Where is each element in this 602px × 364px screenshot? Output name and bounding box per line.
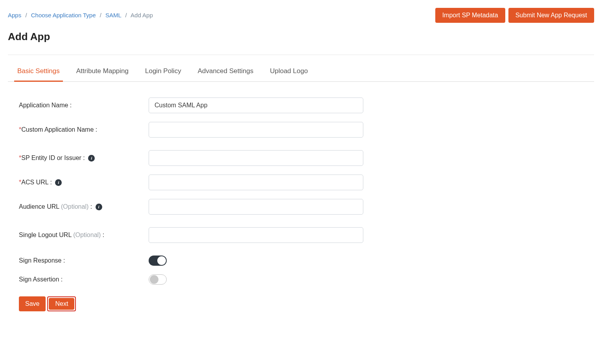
tab-upload-logo[interactable]: Upload Logo xyxy=(267,63,311,82)
basic-settings-form: Application Name : *Custom Application N… xyxy=(8,82,594,319)
application-name-input[interactable] xyxy=(149,97,363,113)
page-title: Add App xyxy=(8,31,594,43)
next-button[interactable]: Next xyxy=(49,298,74,310)
sign-assertion-label: Sign Assertion : xyxy=(19,276,149,283)
tab-login-policy[interactable]: Login Policy xyxy=(142,63,184,82)
single-logout-url-input[interactable] xyxy=(149,227,363,243)
breadcrumb-saml[interactable]: SAML xyxy=(105,12,121,18)
sp-entity-id-input[interactable] xyxy=(149,150,363,166)
sign-response-toggle[interactable] xyxy=(149,256,167,266)
info-icon[interactable]: i xyxy=(55,179,62,186)
info-icon[interactable]: i xyxy=(88,155,95,162)
sp-entity-id-label: *SP Entity ID or Issuer : i xyxy=(19,154,149,162)
submit-new-app-request-button[interactable]: Submit New App Request xyxy=(508,8,594,23)
application-name-label: Application Name : xyxy=(19,102,149,109)
custom-application-name-label: *Custom Application Name : xyxy=(19,126,149,133)
sign-assertion-toggle[interactable] xyxy=(149,274,167,285)
import-sp-metadata-button[interactable]: Import SP Metadata xyxy=(435,8,505,23)
next-button-highlight: Next xyxy=(47,296,76,311)
toggle-knob xyxy=(150,275,158,284)
sign-response-label: Sign Response : xyxy=(19,257,149,264)
divider xyxy=(8,55,594,55)
toggle-knob xyxy=(157,256,166,265)
audience-url-label: Audience URL (Optional) : i xyxy=(19,203,149,210)
info-icon[interactable]: i xyxy=(96,204,102,210)
breadcrumb-current: Add App xyxy=(131,12,153,18)
save-button[interactable]: Save xyxy=(19,296,46,311)
breadcrumb-sep: / xyxy=(25,12,27,18)
tab-attribute-mapping[interactable]: Attribute Mapping xyxy=(73,63,132,82)
tab-advanced-settings[interactable]: Advanced Settings xyxy=(195,63,257,82)
custom-application-name-input[interactable] xyxy=(149,122,363,138)
breadcrumb: Apps / Choose Application Type / SAML / … xyxy=(8,8,153,18)
breadcrumb-apps[interactable]: Apps xyxy=(8,12,21,18)
breadcrumb-sep: / xyxy=(125,12,127,18)
single-logout-url-label: Single Logout URL (Optional) : xyxy=(19,232,149,239)
tabs: Basic Settings Attribute Mapping Login P… xyxy=(8,63,594,82)
tab-basic-settings[interactable]: Basic Settings xyxy=(14,63,63,82)
acs-url-input[interactable] xyxy=(149,175,363,190)
breadcrumb-sep: / xyxy=(100,12,101,18)
audience-url-input[interactable] xyxy=(149,199,363,215)
breadcrumb-choose-type[interactable]: Choose Application Type xyxy=(31,12,96,18)
acs-url-label: *ACS URL : i xyxy=(19,179,149,186)
